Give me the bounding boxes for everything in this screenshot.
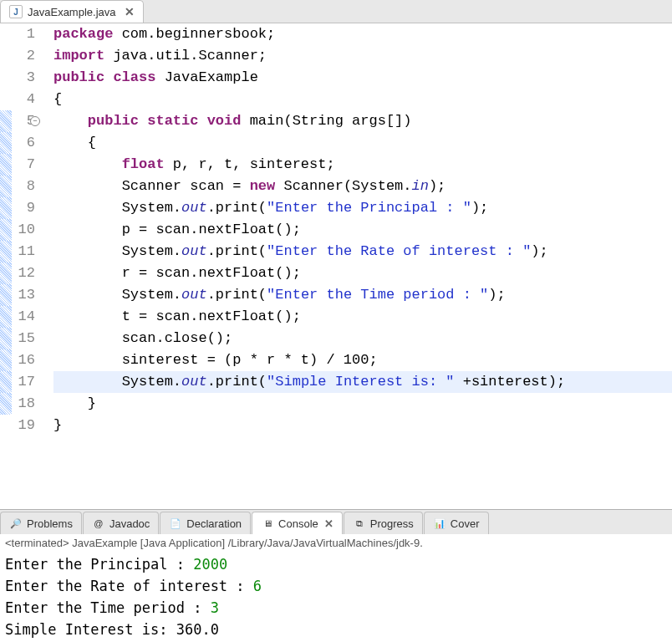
line-number: 3 [15, 67, 35, 89]
editor-tab-label: JavaExample.java [28, 6, 116, 18]
console-user-input: 3 [211, 599, 219, 616]
panel-tab-console[interactable]: 🖥Console✕ [252, 512, 343, 534]
panel-tab-label: Progress [370, 517, 414, 530]
line-number: 10 [15, 219, 35, 241]
panel-tab-javadoc[interactable]: @Javadoc [83, 512, 159, 534]
line-number: 9 [15, 197, 35, 219]
code-editor[interactable]: 12345−678910111213141516171819 package c… [0, 23, 672, 509]
console-icon: 🖥 [261, 517, 274, 530]
line-number: 18 [15, 393, 35, 415]
console-line: Enter the Time period : 3 [5, 597, 667, 619]
panel-tab-declaration[interactable]: 📄Declaration [160, 512, 251, 534]
console-user-input: 2000 [193, 556, 227, 573]
panel-tab-label: Cover [451, 517, 480, 530]
close-icon[interactable]: ✕ [125, 5, 135, 18]
code-line[interactable]: System.out.print("Enter the Rate of inte… [53, 241, 672, 262]
code-line[interactable]: public static void main(String args[]) [53, 110, 672, 132]
code-line[interactable]: float p, r, t, sinterest; [53, 154, 672, 176]
problems-icon: 🔎 [9, 517, 23, 530]
progress-icon: ⧉ [353, 517, 366, 530]
code-line[interactable]: } [53, 393, 672, 415]
panel-tab-progress[interactable]: ⧉Progress [344, 512, 423, 534]
gutter-mark [0, 306, 12, 328]
code-line[interactable]: r = scan.nextFloat(); [53, 262, 672, 284]
java-file-icon: J [9, 5, 23, 18]
code-content[interactable]: package com.beginnersbook;import java.ut… [43, 23, 672, 509]
gutter-mark [0, 110, 12, 132]
line-number: 1 [15, 23, 35, 45]
gutter-mark [0, 241, 12, 262]
gutter-marks [0, 23, 12, 509]
line-number: 11 [15, 241, 35, 262]
gutter-mark [0, 415, 12, 436]
line-number: 14 [15, 306, 35, 328]
close-icon[interactable]: ✕ [324, 517, 333, 530]
console-prompt-text: Enter the Rate of interest : [5, 578, 253, 594]
panel-tab-label: Javadoc [109, 517, 150, 530]
console-output[interactable]: Enter the Principal : 2000Enter the Rate… [0, 552, 672, 642]
editor-tab-javaexample[interactable]: J JavaExample.java ✕ [0, 0, 144, 23]
code-line[interactable]: scan.close(); [53, 328, 672, 349]
code-line[interactable]: System.out.print("Enter the Time period … [53, 284, 672, 306]
panel-tab-label: Console [278, 517, 318, 530]
gutter-mark [0, 67, 12, 89]
console-user-input: 6 [253, 578, 262, 594]
code-line[interactable]: } [53, 415, 672, 436]
line-number: 2 [15, 45, 35, 67]
code-line[interactable]: { [53, 89, 672, 110]
line-number: 16 [15, 349, 35, 371]
console-prompt-text: Enter the Principal : [5, 556, 193, 573]
console-status-header: <terminated> JavaExample [Java Applicati… [0, 534, 672, 552]
code-line[interactable]: public class JavaExample [53, 67, 672, 89]
code-line[interactable]: System.out.print("Simple Interest is: " … [53, 371, 672, 393]
line-number: 15 [15, 328, 35, 349]
panel-tab-label: Problems [27, 517, 73, 530]
line-number: 6 [15, 132, 35, 154]
code-line[interactable]: sinterest = (p * r * t) / 100; [53, 349, 672, 371]
javadoc-icon: @ [92, 517, 105, 530]
gutter-mark [0, 262, 12, 284]
code-line[interactable]: Scanner scan = new Scanner(System.in); [53, 176, 672, 197]
panel-tab-cover[interactable]: 📊Cover [424, 512, 489, 534]
console-line: Simple Interest is: 360.0 [5, 619, 667, 640]
line-number: 13 [15, 284, 35, 306]
panel-tab-label: Declaration [186, 517, 242, 530]
gutter-mark [0, 89, 12, 110]
code-line[interactable]: { [53, 132, 672, 154]
console-prompt-text: Enter the Time period : [5, 599, 211, 616]
line-number: 7 [15, 154, 35, 176]
fold-toggle-icon[interactable]: − [30, 116, 40, 126]
cover-icon: 📊 [433, 517, 446, 530]
console-panel: <terminated> JavaExample [Java Applicati… [0, 534, 672, 642]
gutter-mark [0, 393, 12, 415]
gutter-mark [0, 328, 12, 349]
line-number: 17 [15, 371, 35, 393]
code-line[interactable]: System.out.print("Enter the Principal : … [53, 197, 672, 219]
gutter-mark [0, 23, 12, 45]
code-line[interactable]: package com.beginnersbook; [53, 23, 672, 45]
code-line[interactable]: p = scan.nextFloat(); [53, 219, 672, 241]
editor-tab-bar: J JavaExample.java ✕ [0, 0, 672, 23]
console-line: Enter the Principal : 2000 [5, 553, 667, 575]
gutter-mark [0, 132, 12, 154]
gutter-mark [0, 349, 12, 371]
line-number: 12 [15, 262, 35, 284]
bottom-panel-tabs: 🔎Problems@Javadoc📄Declaration🖥Console✕⧉P… [0, 509, 672, 534]
gutter-mark [0, 219, 12, 241]
line-number: 5− [15, 110, 35, 132]
code-line[interactable]: import java.util.Scanner; [53, 45, 672, 67]
declaration-icon: 📄 [169, 517, 182, 530]
gutter-mark [0, 45, 12, 67]
line-number: 19 [15, 415, 35, 436]
panel-tab-problems[interactable]: 🔎Problems [0, 512, 82, 534]
code-line[interactable]: t = scan.nextFloat(); [53, 306, 672, 328]
gutter-mark [0, 176, 12, 197]
gutter-mark [0, 284, 12, 306]
console-prompt-text: Simple Interest is: 360.0 [5, 621, 219, 638]
gutter-mark [0, 154, 12, 176]
line-number-gutter: 12345−678910111213141516171819 [12, 23, 43, 509]
line-number: 4 [15, 89, 35, 110]
line-number: 8 [15, 176, 35, 197]
gutter-mark [0, 371, 12, 393]
gutter-mark [0, 197, 12, 219]
